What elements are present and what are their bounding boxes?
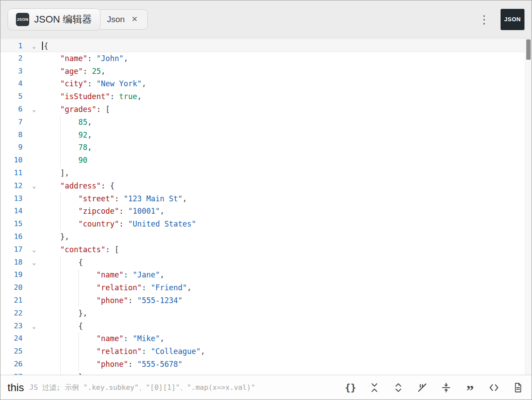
code-line: 19 "name": "Jane", [0, 269, 525, 281]
line-number: 27 [0, 371, 26, 375]
indent-guide [78, 294, 79, 307]
fold-chevron-icon[interactable]: ⌄ [26, 40, 42, 52]
code-line: 10 90 [0, 154, 525, 167]
code-line: 6⌄ "grades": [ [0, 103, 525, 116]
code-text[interactable]: "phone": "555-1234" [42, 294, 525, 307]
fold-gutter [26, 129, 42, 142]
code-text[interactable]: }, [42, 231, 525, 243]
code-text[interactable]: { [42, 320, 525, 333]
code-text[interactable]: "name": "Jane", [42, 269, 525, 281]
line-number: 14 [0, 205, 26, 218]
code-line: 27 } [0, 371, 525, 375]
fold-chevron-icon[interactable]: ⌄ [26, 243, 42, 256]
close-icon[interactable]: ✕ [130, 14, 139, 25]
line-number: 9 [0, 141, 26, 154]
line-number: 25 [0, 345, 26, 358]
indent-guide [78, 345, 79, 358]
code-text[interactable]: "relation": "Friend", [42, 281, 525, 294]
code-text[interactable]: "relation": "Colleague", [42, 345, 525, 358]
line-number: 22 [0, 307, 26, 320]
code-text[interactable]: } [42, 371, 525, 375]
fold-gutter [26, 77, 42, 90]
fold-chevron-icon[interactable]: ⌄ [26, 256, 42, 269]
code-text[interactable]: { [42, 256, 525, 269]
fold-chevron-icon[interactable]: ⌄ [26, 320, 42, 333]
code-text[interactable]: "city": "New York", [42, 77, 525, 90]
code-text[interactable]: }, [42, 307, 525, 320]
line-number: 7 [0, 116, 26, 129]
code-text[interactable]: "age": 25, [42, 65, 525, 78]
code-line: 21 "phone": "555-1234" [0, 294, 525, 307]
code-text[interactable]: "grades": [ [42, 103, 525, 116]
json-code-editor[interactable]: 1⌄{2 "name": "John",3 "age": 25,4 "city"… [0, 38, 532, 375]
expand-all-icon[interactable] [389, 378, 408, 397]
code-line: 26 "phone": "555-5678" [0, 358, 525, 371]
line-number: 12 [0, 180, 26, 192]
line-number: 8 [0, 129, 26, 142]
fold-chevron-icon[interactable]: ⌄ [26, 103, 42, 116]
vertical-scrollbar[interactable] [525, 38, 532, 375]
fold-chevron-icon[interactable]: ⌄ [26, 180, 42, 192]
line-number: 15 [0, 218, 26, 231]
quote-icon[interactable]: ” [461, 378, 479, 397]
code-icon[interactable] [485, 378, 503, 397]
indent-guide [60, 205, 61, 218]
indent-guide [60, 256, 61, 269]
js-filter-input[interactable] [29, 383, 335, 392]
code-line: 5 "isStudent": true, [0, 90, 525, 103]
code-line: 16 }, [0, 231, 525, 243]
code-text[interactable]: "address": { [42, 180, 525, 192]
this-context-button[interactable]: this [5, 381, 29, 394]
indent-guide [60, 358, 61, 371]
indent-guide [60, 371, 61, 375]
code-text[interactable]: ], [42, 167, 525, 180]
unescape-icon[interactable] [413, 378, 432, 397]
code-line: 18⌄ { [0, 256, 525, 269]
code-line: 17⌄ "contacts": [ [0, 243, 525, 256]
fold-gutter [26, 65, 42, 78]
line-number: 17 [0, 243, 26, 256]
indent-guide [60, 154, 61, 167]
line-number: 3 [0, 65, 26, 78]
header-right: ⋮ JSON [476, 9, 524, 30]
collapse-all-icon[interactable] [365, 378, 384, 397]
code-text[interactable]: "country": "United States" [42, 218, 525, 231]
code-text[interactable]: "contacts": [ [42, 243, 525, 256]
tab-json[interactable]: Json ✕ [97, 9, 148, 30]
format-braces-icon[interactable]: {} [341, 378, 360, 397]
indent-guide [60, 281, 61, 294]
code-text[interactable]: "street": "123 Main St", [42, 192, 525, 205]
code-text[interactable]: 90 [42, 154, 525, 167]
line-number: 2 [0, 52, 26, 65]
document-icon[interactable] [509, 378, 527, 397]
indent-guide [60, 141, 61, 154]
code-line: 12⌄ "address": { [0, 180, 525, 192]
kebab-menu-icon[interactable]: ⋮ [476, 12, 493, 27]
tab-json-editor[interactable]: JSON JSON 编辑器 [8, 8, 100, 31]
fold-gutter [26, 90, 42, 103]
code-text[interactable]: "name": "John", [42, 52, 525, 65]
fold-gutter [26, 116, 42, 129]
code-text[interactable]: "name": "Mike", [42, 332, 525, 345]
fold-gutter [26, 167, 42, 180]
code-text[interactable]: "zipcode": "10001", [42, 205, 525, 218]
code-text[interactable]: 78, [42, 141, 525, 154]
code-line: 4 "city": "New York", [0, 77, 525, 90]
code-text[interactable]: 85, [42, 116, 525, 129]
line-number: 20 [0, 281, 26, 294]
code-text[interactable]: 92, [42, 129, 525, 142]
code-text[interactable]: "phone": "555-5678" [42, 358, 525, 371]
join-lines-icon[interactable] [437, 378, 455, 397]
code-line: 8 92, [0, 129, 525, 142]
line-number: 21 [0, 294, 26, 307]
fold-gutter [26, 218, 42, 231]
code-text[interactable]: "isStudent": true, [42, 90, 525, 103]
code-line: 20 "relation": "Friend", [0, 281, 525, 294]
indent-guide [60, 269, 61, 281]
indent-guide [60, 116, 61, 129]
indent-guide [60, 192, 61, 205]
line-number: 10 [0, 154, 26, 167]
json-logo: JSON [501, 9, 524, 30]
code-text[interactable]: { [42, 40, 525, 52]
scrollbar-thumb[interactable] [526, 39, 531, 60]
